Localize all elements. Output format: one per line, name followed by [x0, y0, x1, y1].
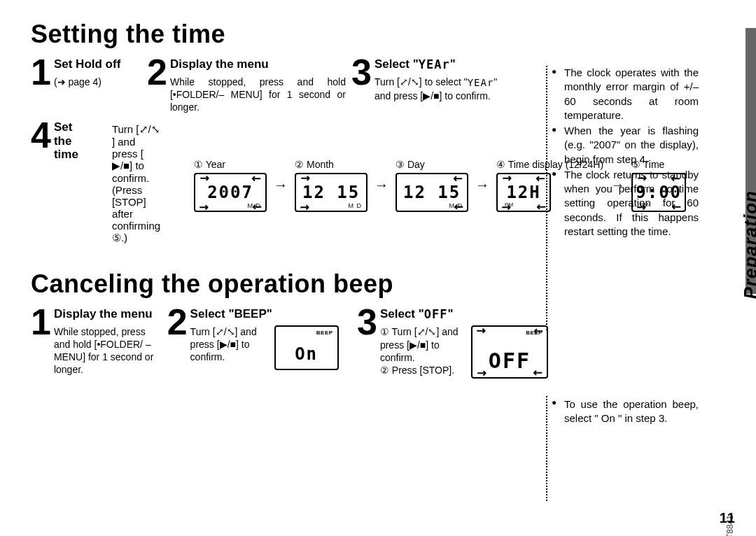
- lcd-label: ① Year: [194, 159, 267, 170]
- time-step-3: 3 Select "YEAr" Turn [⤢/⤡] to select "YE…: [351, 56, 505, 113]
- divider: [546, 66, 547, 330]
- arrow-right-icon: →: [475, 177, 489, 193]
- step-body: While stopped, press and hold [•FOLDER/–…: [170, 76, 346, 114]
- time-step-2: 2 Display the menu While stopped, press …: [147, 56, 346, 113]
- arrow-right-icon: →: [374, 177, 388, 193]
- step-body: Turn [⤢/⤡] and press [▶/■] to confirm. (…: [112, 123, 160, 244]
- step-title: Display the menu: [170, 57, 346, 71]
- step-number: 3: [351, 56, 370, 113]
- time-step-4: 4 Set the time Turn [⤢/⤡] and press [▶/■…: [31, 119, 539, 251]
- step-title: Select "OFF": [380, 307, 548, 321]
- step-number: 2: [167, 306, 186, 379]
- beep-step-1: 1 Display the menu While stopped, press …: [31, 306, 162, 379]
- time-step-1: 1 Set Hold off (➜ page 4): [31, 56, 141, 113]
- updown-icon: ⤢/⤡: [139, 123, 160, 136]
- step-number: 4: [31, 119, 50, 251]
- note-item: The clock returns to standby when you pe…: [552, 168, 699, 239]
- beep-step-2: 2 Select "BEEP" Turn [⤢/⤡] and press [▶/…: [167, 306, 351, 379]
- playstop-icon: ▶/■: [423, 90, 439, 102]
- note-item: When the year is flashing (e.g. "2007" o…: [552, 124, 699, 167]
- updown-icon: ⤢/⤡: [400, 76, 419, 88]
- step-number: 2: [147, 56, 166, 113]
- step-body: Turn [⤢/⤡] and press [▶/■] to confirm.: [190, 325, 267, 364]
- notes-section-1: The clock operates with the monthly erro…: [552, 66, 699, 240]
- step-number: 3: [357, 306, 376, 379]
- lcd-beep-off: ↘↙↗↖ BEEP OFF: [471, 325, 548, 379]
- step-title: Set the time: [54, 120, 78, 162]
- playstop-icon: ▶/■: [410, 339, 426, 351]
- step-title: Select "YEAr": [374, 57, 505, 71]
- lcd-label: ③ Day: [396, 159, 468, 170]
- section-title-1: Setting the time: [31, 20, 735, 49]
- step-body: (➜ page 4): [54, 76, 120, 88]
- page-number: 11: [720, 510, 735, 526]
- divider: [546, 396, 547, 501]
- step-title: Set Hold off: [54, 57, 120, 71]
- lcd-time-display: ↘↙↗↖ 12H PM: [496, 173, 551, 212]
- lcd-beep-on: BEEP On: [274, 325, 339, 370]
- playstop-icon: ▶/■: [220, 338, 236, 351]
- step-number: 1: [31, 306, 50, 379]
- lcd-label: ② Month: [295, 159, 368, 170]
- seg-off-icon: OFF: [424, 308, 448, 322]
- lcd-month: ↘↗ 12 15 M D: [295, 173, 368, 212]
- note-item: The clock operates with the monthly erro…: [552, 66, 699, 122]
- step-number: 1: [31, 56, 50, 113]
- section-title-2: Canceling the operation beep: [31, 269, 735, 299]
- step-body: ① Turn [⤢/⤡] and press [▶/■] to confirm.…: [380, 325, 464, 376]
- step-title: Display the menu: [54, 307, 162, 321]
- playstop-icon: ▶/■: [112, 160, 130, 172]
- notes-section-2: To use the operation beep, select " On "…: [552, 397, 699, 426]
- updown-icon: ⤢/⤡: [216, 325, 235, 338]
- note-item: To use the operation beep, select " On "…: [552, 397, 699, 425]
- step-body: Turn [⤢/⤡] to select "YEAr" and press [▶…: [374, 76, 505, 102]
- seg-year-icon: YEAr: [419, 58, 450, 72]
- arrow-right-icon: →: [274, 177, 288, 193]
- step-body: While stopped, press and hold [•FOLDER/ …: [54, 325, 162, 376]
- lcd-day: ↙↖ 12 15 M D: [396, 173, 468, 212]
- section-tab-label: Preparation: [739, 190, 756, 299]
- updown-icon: ⤢/⤡: [417, 325, 437, 338]
- step-title: Select "BEEP": [190, 307, 339, 321]
- beep-step-3: 3 Select "OFF" ① Turn [⤢/⤡] and press [▶…: [357, 306, 539, 379]
- lcd-year: ↘↙↗↖ 2007 M D: [194, 173, 267, 212]
